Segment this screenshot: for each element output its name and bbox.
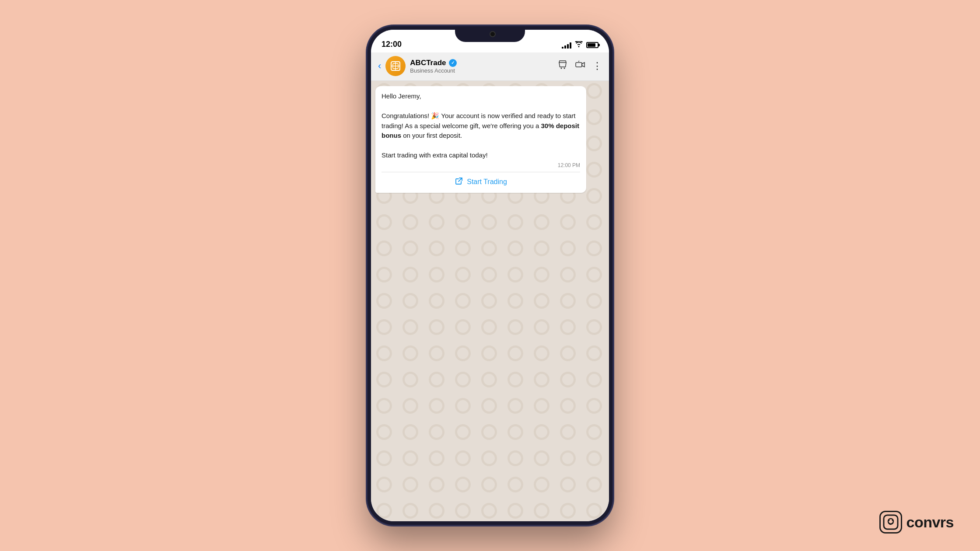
svg-point-10 bbox=[888, 520, 889, 521]
message-text: Hello Jeremy, Congratulations! 🎉 Your ac… bbox=[382, 91, 580, 160]
phone-screen: 12:00 ‹ bbox=[371, 30, 609, 521]
chat-background: Hello Jeremy, Congratulations! 🎉 Your ac… bbox=[371, 81, 609, 521]
convrs-text: convrs bbox=[906, 514, 954, 531]
contact-info: ABCTrade ✓ Business Account bbox=[410, 59, 553, 74]
header-actions: ⋮ bbox=[557, 59, 602, 73]
svg-rect-8 bbox=[884, 515, 898, 529]
svg-line-7 bbox=[578, 61, 579, 62]
back-button[interactable]: ‹ bbox=[378, 60, 381, 72]
svg-point-4 bbox=[561, 68, 562, 69]
convrs-icon bbox=[879, 511, 902, 534]
cta-label: Start Trading bbox=[467, 178, 507, 186]
message-bubble: Hello Jeremy, Congratulations! 🎉 Your ac… bbox=[375, 86, 586, 193]
store-icon[interactable] bbox=[557, 59, 568, 73]
body-text-3: Start trading with extra capital today! bbox=[382, 151, 488, 159]
message-timestamp: 12:00 PM bbox=[382, 162, 580, 168]
chat-header: ‹ ABCTrade ✓ Business Account bbox=[371, 52, 609, 81]
start-trading-button[interactable]: Start Trading bbox=[382, 172, 580, 189]
contact-subtitle: Business Account bbox=[410, 67, 553, 74]
contact-name: ABCTrade bbox=[410, 59, 446, 67]
svg-point-11 bbox=[892, 520, 893, 521]
contact-avatar bbox=[385, 56, 406, 76]
video-call-icon[interactable] bbox=[575, 59, 585, 73]
body-text-2: on your first deposit. bbox=[401, 132, 462, 139]
more-options-icon[interactable]: ⋮ bbox=[592, 60, 602, 72]
status-icons bbox=[562, 41, 598, 49]
wifi-icon bbox=[575, 41, 583, 49]
convrs-logo: convrs bbox=[879, 511, 954, 534]
greeting-text: Hello Jeremy, bbox=[382, 92, 421, 100]
external-link-icon bbox=[455, 177, 463, 188]
front-camera bbox=[490, 31, 496, 37]
signal-icon bbox=[562, 42, 571, 49]
phone-mockup: 12:00 ‹ bbox=[368, 26, 612, 525]
phone-notch bbox=[455, 26, 525, 42]
verified-badge: ✓ bbox=[449, 59, 457, 67]
svg-rect-6 bbox=[576, 63, 582, 67]
battery-icon bbox=[586, 42, 598, 48]
svg-point-5 bbox=[564, 68, 565, 69]
status-time: 12:00 bbox=[382, 40, 402, 49]
